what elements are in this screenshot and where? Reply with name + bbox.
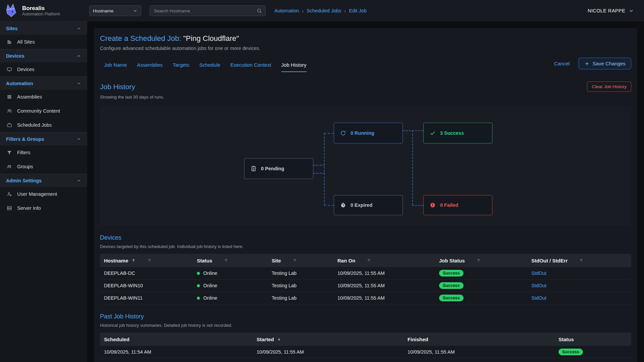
chevron-up-icon [76, 137, 81, 141]
past-table-header: Scheduled Started Finished Status [100, 333, 631, 346]
tab-schedule[interactable]: Schedule [199, 62, 220, 72]
site-cell: Testing Lab [268, 270, 333, 276]
sort-desc-icon[interactable] [277, 337, 281, 342]
filter-icon[interactable] [292, 258, 297, 263]
column-header-status[interactable]: Status [554, 337, 631, 342]
table-row[interactable]: DEEPLAB-DC Online Testing Lab 10/09/2025… [100, 267, 631, 280]
sidebar-item-user-management[interactable]: User Management [0, 187, 87, 201]
people-icon [7, 108, 12, 114]
job-history-heading: Job History [100, 83, 135, 91]
ran-on-cell: 10/09/2025, 11:55 AM [333, 270, 435, 276]
column-header-finished[interactable]: Finished [404, 337, 554, 342]
funnel-icon [7, 150, 12, 155]
filter-icon[interactable] [147, 258, 152, 263]
tab-job-history[interactable]: Job History [281, 62, 307, 72]
table-row[interactable]: 10/09/2025, 11:54 AM 10/09/2025, 11:55 A… [100, 346, 631, 358]
sidebar-item-groups[interactable]: Groups [0, 160, 87, 174]
flow-success-label: 3 Success [440, 130, 464, 136]
search-hostname-box[interactable] [150, 5, 266, 16]
flow-failed-label: 0 Failed [440, 202, 458, 208]
page-title: Create a Scheduled Job: "Ping Cloudflare… [100, 34, 631, 43]
column-header-hostname[interactable]: Hostname [100, 258, 193, 263]
sidebar-section-automation[interactable]: Automation [0, 76, 87, 90]
flow-connector [324, 205, 334, 206]
column-header-status[interactable]: Status [193, 258, 268, 263]
breadcrumb-separator: › [302, 8, 304, 14]
sidebar-section-admin-settings[interactable]: Admin Settings [0, 174, 87, 187]
breadcrumb-automation[interactable]: Automation [274, 8, 299, 13]
flow-expired-label: 0 Expired [351, 202, 372, 208]
sidebar-item-server-info[interactable]: Server Info [0, 201, 87, 215]
job-history-header-row: Job History Clear Job History [100, 81, 631, 92]
chevron-up-icon [76, 178, 81, 183]
table-row[interactable]: DEEPLAB-WIN10 Online Testing Lab 10/09/2… [100, 280, 631, 292]
devices-table-header: Hostname Status Site [100, 254, 631, 267]
status-cell: Online [193, 283, 268, 288]
table-row[interactable]: DEEPLAB-WIN11 Online Testing Lab 10/09/2… [100, 292, 631, 304]
column-header-scheduled[interactable]: Scheduled [100, 337, 253, 342]
breadcrumb-scheduled-jobs[interactable]: Scheduled Jobs [307, 8, 341, 13]
check-icon [430, 130, 436, 136]
user-menu[interactable]: NICOLE RAPPE [588, 8, 644, 13]
sort-asc-icon[interactable] [131, 258, 136, 263]
flow-connector [313, 165, 324, 166]
column-label: StdOut / StdErr [531, 258, 568, 263]
column-header-site[interactable]: Site [268, 258, 333, 263]
filter-icon[interactable] [224, 258, 228, 263]
stdout-cell: StdOut [527, 270, 631, 276]
column-header-started[interactable]: Started [253, 337, 404, 342]
filter-icon[interactable] [579, 258, 584, 263]
online-dot-icon [197, 297, 200, 300]
flow-running-label: 0 Running [351, 130, 374, 136]
sidebar-section-sites[interactable]: Sites [0, 21, 87, 35]
server-icon [7, 205, 12, 211]
sidebar-item-all-sites[interactable]: All Sites [0, 35, 87, 49]
search-input[interactable] [153, 8, 257, 14]
sidebar: Sites All Sites Devices Devices Automati… [0, 21, 87, 362]
brand-text: Borealis Automation Platform [22, 5, 60, 16]
tab-targets[interactable]: Targets [173, 62, 189, 72]
status-badge: Success [439, 282, 464, 289]
tab-execution-context[interactable]: Execution Context [230, 62, 271, 72]
filter-icon[interactable] [367, 258, 371, 263]
flow-connector [412, 130, 413, 205]
past-job-history-subtitle: Historical job history summaries. Detail… [100, 323, 631, 328]
sidebar-item-devices[interactable]: Devices [0, 62, 87, 76]
column-header-job-status[interactable]: Job Status [435, 258, 527, 263]
save-changes-label: Save Changes [593, 61, 626, 66]
past-job-history-table: Scheduled Started Finished Status 10/09/… [100, 333, 631, 358]
column-label: Finished [408, 337, 428, 342]
sidebar-item-assemblies[interactable]: Assemblies [0, 90, 87, 104]
breadcrumb-edit-job[interactable]: Edit Job [349, 8, 367, 13]
tab-job-name[interactable]: Job Name [104, 62, 127, 72]
column-header-ran-on[interactable]: Ran On [333, 258, 435, 263]
status-badge: Success [439, 295, 464, 301]
column-label: Job Status [439, 258, 465, 263]
tab-assemblies[interactable]: Assemblies [137, 62, 163, 72]
cancel-button[interactable]: Cancel [554, 61, 570, 66]
groups-icon [7, 164, 12, 169]
stdout-link[interactable]: StdOut [531, 270, 546, 276]
sidebar-item-community-content[interactable]: Community Content [0, 104, 87, 118]
flow-connector [412, 205, 423, 206]
save-changes-button[interactable]: Save Changes [579, 58, 631, 69]
column-label: Ran On [337, 258, 355, 263]
stdout-link[interactable]: StdOut [531, 283, 546, 288]
clear-job-history-button[interactable]: Clear Job History [587, 81, 631, 92]
sidebar-item-filters[interactable]: Filters [0, 145, 87, 160]
status-text: Online [203, 270, 217, 276]
sidebar-section-devices[interactable]: Devices [0, 49, 87, 62]
column-header-stdout[interactable]: StdOut / StdErr [527, 258, 631, 263]
user-name: NICOLE RAPPE [588, 8, 625, 13]
flow-connector [324, 133, 334, 134]
ran-on-cell: 10/09/2025, 11:55 AM [333, 295, 435, 301]
job-status-cell: Success [435, 282, 527, 289]
stdout-link[interactable]: StdOut [531, 295, 546, 301]
filter-icon[interactable] [476, 258, 481, 263]
flow-failed-box: 0 Failed [423, 195, 492, 215]
sidebar-item-scheduled-jobs[interactable]: Scheduled Jobs [0, 118, 87, 132]
sidebar-section-filters-groups[interactable]: Filters & Groups [0, 132, 87, 145]
clock-icon [340, 202, 346, 208]
hostname-select[interactable]: Hostname [89, 5, 141, 16]
search-icon[interactable] [257, 8, 262, 13]
